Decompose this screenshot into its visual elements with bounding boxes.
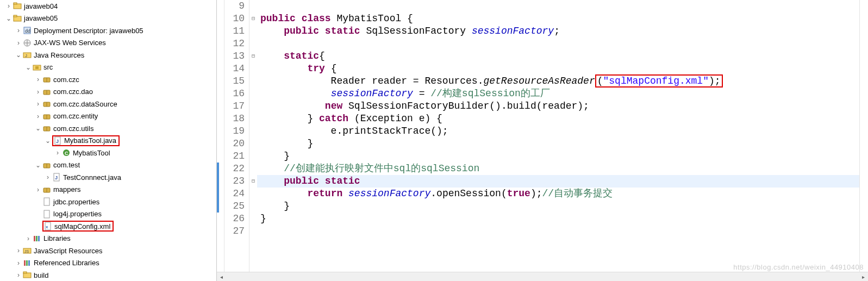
tree-item-mybatistool[interactable]: ›CMybatisTool <box>0 147 216 159</box>
line-number[interactable]: 23 <box>224 175 245 188</box>
line-number[interactable]: 9 <box>224 0 245 13</box>
line-number[interactable]: 21 <box>224 150 245 163</box>
code-line[interactable]: } <box>260 150 859 163</box>
tree-item-src[interactable]: ⌄src <box>0 61 216 74</box>
expand-icon[interactable]: › <box>14 271 23 279</box>
tree-item-sqlmapconfig-xml[interactable]: xsqlMapConfig.xml <box>0 220 216 233</box>
tree-item-com-czc-datasource[interactable]: ›com.czc.dataSource <box>0 98 216 110</box>
line-number[interactable]: 18 <box>224 113 245 125</box>
expand-icon[interactable]: › <box>34 75 42 84</box>
file-icon <box>42 210 51 218</box>
jfile-icon: J <box>52 173 61 182</box>
code-line[interactable]: } <box>260 213 859 225</box>
code-line[interactable] <box>260 225 859 238</box>
fold-toggle-icon[interactable]: ⊟ <box>249 13 257 25</box>
collapse-icon[interactable]: ⌄ <box>34 124 42 133</box>
scroll-right-button[interactable]: ▸ <box>859 272 868 282</box>
expand-icon[interactable]: › <box>43 173 52 182</box>
tree-item-javaweb04[interactable]: ›javaweb04 <box>0 0 216 13</box>
tree-item-label: TestConnnect.java <box>63 173 121 182</box>
code-line[interactable]: new SqlSessionFactoryBuilder().build(rea… <box>260 100 859 113</box>
line-number[interactable]: 17 <box>224 100 245 113</box>
line-number[interactable]: 16 <box>224 88 245 100</box>
code-line[interactable] <box>260 38 859 50</box>
line-number[interactable]: 22 <box>224 163 245 175</box>
fold-toggle-icon[interactable]: ⊟ <box>249 175 257 188</box>
expand-icon[interactable]: › <box>34 112 42 121</box>
code-line[interactable]: Reader reader = Resources.getResourceAsR… <box>260 75 859 88</box>
code-line[interactable]: static{ <box>260 50 859 63</box>
code-line[interactable]: e.printStackTrace(); <box>260 125 859 138</box>
pkg-icon <box>42 185 51 194</box>
tree-item-libraries[interactable]: ›Libraries <box>0 233 216 245</box>
tree-item-label: com.czc.dao <box>53 88 93 96</box>
line-number[interactable]: 11 <box>224 25 245 38</box>
tree-item-com-czc-dao[interactable]: ›com.czc.dao <box>0 86 216 98</box>
collapse-icon[interactable]: ⌄ <box>43 136 52 145</box>
pkg-icon <box>42 124 51 133</box>
tree-item-com-czc-utils[interactable]: ⌄com.czc.utils <box>0 122 216 135</box>
code-line[interactable]: } <box>260 200 859 213</box>
expand-icon[interactable]: › <box>14 26 23 35</box>
tree-item-jax-ws-web-services[interactable]: ›JAX-WS Web Services <box>0 37 216 49</box>
fold-spacer <box>249 113 257 125</box>
code-line[interactable]: return sessionFactory.openSession(true);… <box>260 188 859 200</box>
tree-item-mappers[interactable]: ›mappers <box>0 184 216 196</box>
line-number[interactable]: 12 <box>224 38 245 50</box>
line-number[interactable]: 27 <box>224 225 245 238</box>
expand-icon[interactable]: › <box>24 234 33 243</box>
fold-spacer <box>249 163 257 175</box>
collapse-icon[interactable]: ⌄ <box>14 51 23 59</box>
tree-item-javaweb05[interactable]: ⌄javaweb05 <box>0 13 216 25</box>
tree-item-com-czc[interactable]: ›com.czc <box>0 73 216 86</box>
code-line[interactable] <box>260 0 859 13</box>
code-line[interactable]: public static SqlSessionFactory sessionF… <box>260 25 859 38</box>
fold-toggle-icon[interactable]: ⊟ <box>249 50 257 63</box>
pkg-icon <box>42 112 51 121</box>
tree-item-build[interactable]: ›build <box>0 269 216 281</box>
code-area[interactable]: public class MybatisTool { public static… <box>257 0 859 272</box>
tree-item-testconnnect-java[interactable]: ›JTestConnnect.java <box>0 171 216 184</box>
expand-icon[interactable]: › <box>53 148 62 157</box>
tree-item-mybatistool-java[interactable]: ⌄JMybatisTool.java <box>0 135 216 147</box>
tree-item-jdbc-properties[interactable]: jdbc.properties <box>0 196 216 208</box>
code-line[interactable]: } catch (Exception e) { <box>260 113 859 125</box>
code-line[interactable]: sessionFactory = //构建sqlSession的工厂 <box>260 88 859 100</box>
line-number[interactable]: 13 <box>224 50 245 63</box>
expand-icon[interactable]: › <box>34 99 42 108</box>
line-number[interactable]: 26 <box>224 213 245 225</box>
expand-icon[interactable]: › <box>34 88 42 96</box>
line-number[interactable]: 19 <box>224 125 245 138</box>
collapse-icon[interactable]: ⌄ <box>34 161 42 170</box>
expand-icon[interactable]: › <box>14 39 23 47</box>
tree-item-javascript-resources[interactable]: ›JSJavaScript Resources <box>0 245 216 257</box>
scroll-left-button[interactable]: ◂ <box>217 272 226 282</box>
expand-icon[interactable]: › <box>14 259 23 267</box>
tree-item-log4j-properties[interactable]: log4j.properties <box>0 208 216 221</box>
line-number[interactable]: 25 <box>224 200 245 213</box>
code-line[interactable]: try { <box>260 63 859 75</box>
project-explorer[interactable]: ›javaweb04⌄javaweb05›ddDeployment Descri… <box>0 0 216 281</box>
tree-item-referenced-libraries[interactable]: ›Referenced Libraries <box>0 257 216 270</box>
code-line[interactable]: //创建能执行映射文件中sql的sqlSession <box>260 163 859 175</box>
tree-item-deployment-descriptor-javaweb05[interactable]: ›ddDeployment Descriptor: javaweb05 <box>0 24 216 37</box>
collapse-icon[interactable]: ⌄ <box>24 63 33 72</box>
line-number-gutter[interactable]: 9101112131415161718192021222324252627 <box>224 0 249 272</box>
line-number[interactable]: 14 <box>224 63 245 75</box>
collapse-icon[interactable]: ⌄ <box>4 14 13 23</box>
code-line[interactable]: } <box>260 138 859 150</box>
expand-icon[interactable]: › <box>4 2 13 10</box>
tree-item-com-test[interactable]: ⌄com.test <box>0 159 216 172</box>
tree-item-java-resources[interactable]: ⌄JJava Resources <box>0 49 216 61</box>
folding-column[interactable]: ⊟⊟⊟ <box>249 0 257 272</box>
overview-ruler[interactable] <box>859 0 868 272</box>
line-number[interactable]: 15 <box>224 75 245 88</box>
tree-item-com-czc-entity[interactable]: ›com.czc.entity <box>0 110 216 123</box>
horizontal-scrollbar[interactable]: ◂ ▸ <box>217 272 868 281</box>
code-line[interactable]: public class MybatisTool { <box>260 13 859 25</box>
expand-icon[interactable]: › <box>34 185 42 194</box>
expand-icon[interactable]: › <box>14 246 23 255</box>
line-number[interactable]: 10 <box>224 13 245 25</box>
line-number[interactable]: 24 <box>224 188 245 200</box>
line-number[interactable]: 20 <box>224 138 245 150</box>
